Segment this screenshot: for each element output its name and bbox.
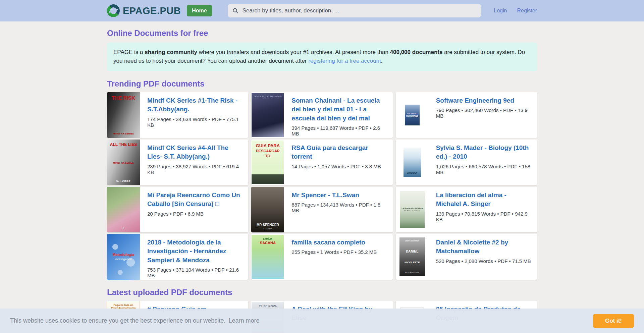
document-card[interactable]: GUIA PARADESCARGAR TO RSA Guía para desc… [251,140,392,185]
document-meta: 687 Pages • 134,413 Words • PDF • 1.8 MB [291,202,387,213]
document-meta: 790 Pages • 302,460 Words • PDF • 13.9 M… [436,107,532,119]
document-card[interactable]: THE SCHOOL FOR GOOD AND EVIL Soman Chain… [251,92,392,138]
book-cover: THE RISKMINDF CK SERIES [107,92,140,138]
document-thumbnail: SOFTWARE ENGINEERING [396,92,429,138]
document-title[interactable]: RSA Guía para descargar torrent [291,144,387,161]
document-card[interactable]: FAMÍLIASACANA familia sacana completo 25… [251,234,392,280]
cookie-accept-button[interactable]: Got it! [593,314,634,328]
document-card[interactable]: ALL THE LIESMINDF CK SERIESS.T. ABBY Min… [107,140,248,185]
document-card[interactable]: BIOLOGY Sylvia S. Mader - Biology (10th … [396,140,537,185]
auth-links: Login Register [494,8,537,14]
document-thumbnail: BIOLOGY [396,140,429,185]
document-card[interactable]: THE RISKMINDF CK SERIES Mindf CK Series … [107,92,248,138]
document-title[interactable]: La liberacion del alma - Michalel A. Sin… [436,191,532,209]
login-link[interactable]: Login [494,8,507,14]
cookie-message-text: This website uses cookies to ensure you … [10,317,225,324]
intro-bold-count: 400,000 documents [390,49,443,55]
document-title[interactable]: Soman Chainani - La escuela del bien y d… [291,96,387,123]
intro-text: . [381,58,383,64]
document-meta: 20 Pages • PDF • 6.9 MB [147,211,243,217]
intro-box: EPAGE is a sharing community where you t… [107,43,537,71]
document-title[interactable]: Mr Spencer - T.L.Swan [291,191,387,200]
book-cover: ALL THE LIESMINDF CK SERIESS.T. ABBY [107,140,140,185]
trending-grid: THE RISKMINDF CK SERIES Mindf CK Series … [107,92,537,280]
intro-text: where you transfers and downloads your #… [197,49,390,55]
document-thumbnail: THE SCHOOL FOR GOOD AND EVIL [251,92,284,138]
document-meta: 520 Pages • 2,080 Words • PDF • 71.5 MB [436,258,532,264]
book-cover: BIOLOGY [404,148,421,177]
document-meta: 239 Pages • 38,927 Words • PDF • 619.4 K… [147,164,243,175]
document-title[interactable]: 2018 - Metodología de la Investigación -… [147,238,243,265]
document-thumbnail: THE RISKMINDF CK SERIES [107,92,140,138]
document-thumbnail: LIMITED EDITIONDANIELNICOLETTEMATCHAMALL… [396,234,429,280]
document-thumbnail: Metodologíainvestigación [107,234,140,280]
document-thumbnail: ✿ [107,187,140,232]
book-cover: LIMITED EDITIONDANIELNICOLETTEMATCHAMALL… [399,237,425,276]
cookie-message: This website uses cookies to ensure you … [10,317,259,324]
document-card[interactable]: ✿ Mi Pareja Reencarnó Como Un Caballo [S… [107,187,248,232]
logo-text: EPAGE.PUB [123,5,181,16]
home-button[interactable]: Home [187,5,212,16]
document-title[interactable]: familia sacana completo [291,238,387,247]
document-thumbnail: ALL THE LIESMINDF CK SERIESS.T. ABBY [107,140,140,185]
register-link[interactable]: Register [517,8,537,14]
document-title[interactable]: Mindf CK Series #1-The Risk - S.T.Abby(a… [147,96,243,114]
cookie-banner: This website uses cookies to ensure you … [0,309,644,333]
book-cover: Metodologíainvestigación [107,234,140,280]
header: EPAGE.PUB Home Login Register [0,0,644,21]
brand-logo[interactable]: EPAGE.PUB [107,4,181,17]
document-meta: 139 Pages • 70,815 Words • PDF • 942.9 K… [436,211,532,222]
book-cover: THE SCHOOL FOR GOOD AND EVIL [252,93,284,137]
epage-logo-icon [107,4,120,17]
document-meta: 1,026 Pages • 660,578 Words • PDF • 158 … [436,164,532,175]
book-cover: FAMÍLIASACANA [252,235,284,279]
document-title[interactable]: Sylvia S. Mader - Biology (10th ed.) - 2… [436,144,532,161]
trending-heading: Trending PDF documents [107,79,537,89]
document-meta: 394 Pages • 119,687 Words • PDF • 2.6 MB [291,125,387,136]
document-meta: 255 Pages • 1 Words • PDF • 35.2 MB [291,249,387,255]
document-title[interactable]: Daniel & Nicolette #2 by Matchamallow [436,238,532,256]
document-meta: 753 Pages • 371,104 Words • PDF • 21.6 M… [147,267,243,278]
document-title[interactable]: Mindf CK Series #4-All The Lies- S.T. Ab… [147,144,243,161]
intro-text: EPAGE is a [113,49,145,55]
document-card[interactable]: SOFTWARE ENGINEERING Software Engineerin… [396,92,537,138]
document-thumbnail: FAMÍLIASACANA [251,234,284,280]
latest-heading: Latest uploaded PDF documents [107,288,537,297]
book-cover: SOFTWARE ENGINEERING [405,105,420,125]
document-card[interactable]: La liberación del almaMICHAEL A. SINGER … [396,187,537,232]
book-cover: MR SPENCERT L SWAN [251,187,284,232]
document-thumbnail: MR SPENCERT L SWAN [251,187,284,232]
main-content: Online Documents for free EPAGE is a sha… [107,29,537,333]
document-title[interactable]: Mi Pareja Reencarnó Como Un Caballo [Sin… [147,191,243,209]
book-cover: GUIA PARADESCARGAR TO [252,141,284,184]
document-meta: 174 Pages • 34,634 Words • PDF • 775.1 K… [147,116,243,128]
document-card[interactable]: LIMITED EDITIONDANIELNICOLETTEMATCHAMALL… [396,234,537,280]
page-title: Online Documents for free [107,29,537,38]
search-icon [232,8,238,14]
book-cover: ✿ [107,187,140,232]
register-free-account-link[interactable]: registering for a free account [308,58,381,64]
document-meta: 14 Pages • 1,057 Words • PDF • 3.8 MB [291,164,387,169]
book-cover: La liberación del almaMICHAEL A. SINGER [400,191,425,228]
search-input[interactable] [242,7,476,14]
document-thumbnail: La liberación del almaMICHAEL A. SINGER [396,187,429,232]
search-bar[interactable] [228,4,481,17]
learn-more-link[interactable]: Learn more [228,317,259,324]
document-card[interactable]: Metodologíainvestigación 2018 - Metodolo… [107,234,248,280]
document-title[interactable]: Software Engineering 9ed [436,96,532,105]
document-card[interactable]: MR SPENCERT L SWAN Mr Spencer - T.L.Swan… [251,187,392,232]
document-thumbnail: GUIA PARADESCARGAR TO [251,140,284,185]
intro-bold-sharing: sharing community [145,49,197,55]
